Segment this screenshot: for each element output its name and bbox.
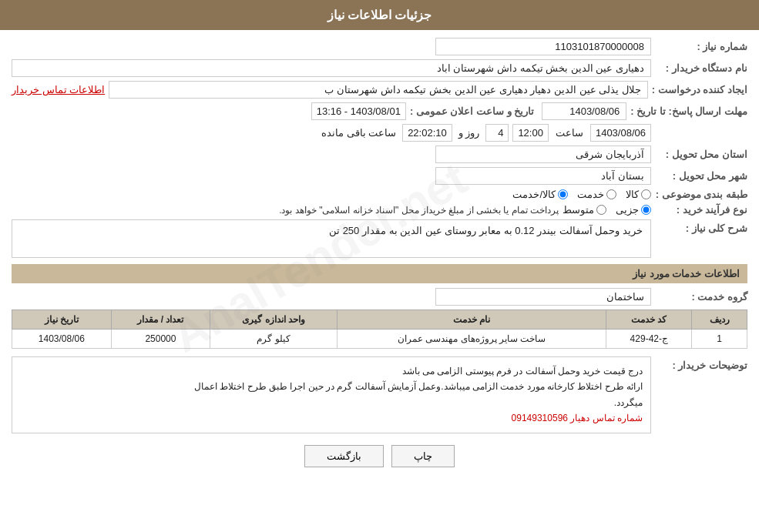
time-label: ساعت bbox=[552, 127, 586, 139]
col-unit: واحد اندازه گیری bbox=[210, 310, 338, 330]
service-group-row: گروه خدمت : ساختمان bbox=[12, 288, 747, 306]
notes-line: شماره تماس دهیار 09149310596 bbox=[20, 410, 643, 426]
buyer-org-row: نام دستگاه خریدار : دهیاری عین الدین بخش… bbox=[12, 59, 747, 77]
cell-row-num: 1 bbox=[692, 330, 747, 349]
general-desc-label: شرح کلی نیاز : bbox=[655, 219, 747, 234]
notes-row: توضیحات خریدار : درج قیمت خرید وحمل آسفا… bbox=[12, 356, 747, 433]
process-motavasset-label: متوسط bbox=[563, 204, 594, 216]
process-option-motavasset[interactable]: متوسط bbox=[563, 204, 606, 216]
category-khedmat-label: خدمت bbox=[577, 189, 604, 200]
col-service-code: کد خدمت bbox=[606, 310, 692, 330]
page-header: جزئیات اطلاعات نیاز bbox=[0, 0, 759, 30]
response-time-box: 12:00 bbox=[512, 124, 549, 142]
general-desc-value: خرید وحمل آسفالت بیندر 0.12 به معابر روس… bbox=[12, 219, 651, 258]
category-radio-kala[interactable] bbox=[641, 189, 651, 199]
back-button[interactable]: بازگشت bbox=[304, 445, 384, 467]
col-row-num: ردیف bbox=[692, 310, 747, 330]
creator-value: جلال یذلی عین الدین دهیار دهیاری عین الد… bbox=[109, 81, 648, 99]
table-header-row: ردیف کد خدمت نام خدمت واحد اندازه گیری ت… bbox=[12, 310, 747, 330]
category-row: طبقه بندی موضوعی : کالا خدمت کالا/خدمت bbox=[12, 189, 747, 200]
notes-line: میگردد. bbox=[20, 395, 643, 410]
category-radio-group: کالا خدمت کالا/خدمت bbox=[512, 189, 651, 200]
category-radio-kala-khedmat[interactable] bbox=[558, 189, 568, 199]
buyer-org-value: دهیاری عین الدین بخش تیکمه داش شهرستان ا… bbox=[12, 59, 651, 77]
announce-datetime: 1403/08/01 - 13:16 bbox=[311, 102, 406, 120]
province-value: آذربایجان شرقی bbox=[435, 146, 651, 163]
need-number-row: شماره نیاز : 1103101870000008 bbox=[12, 38, 747, 55]
services-section-title: اطلاعات خدمات مورد نیاز bbox=[12, 264, 747, 283]
category-option-kala-khedmat[interactable]: کالا/خدمت bbox=[512, 189, 568, 200]
send-date-label: مهلت ارسال پاسخ: تا تاریخ : bbox=[630, 105, 747, 117]
service-group-label: گروه خدمت : bbox=[655, 291, 747, 303]
cell-date: 1403/08/06 bbox=[12, 330, 112, 349]
city-row: شهر محل تحویل : بستان آباد bbox=[12, 167, 747, 185]
response-date: 1403/08/06 bbox=[542, 102, 626, 120]
notes-line: درج قیمت خرید وحمل آسفالت در فرم پیوستی … bbox=[20, 363, 643, 379]
process-radio-group: جزیی متوسط bbox=[563, 204, 651, 216]
province-row: استان محل تحویل : آذربایجان شرقی bbox=[12, 146, 747, 163]
remaining-time-box: 22:02:10 bbox=[402, 124, 452, 142]
services-table: ردیف کد خدمت نام خدمت واحد اندازه گیری ت… bbox=[12, 309, 747, 349]
creator-label: ایجاد کننده درخواست : bbox=[652, 84, 747, 95]
dates-row: مهلت ارسال پاسخ: تا تاریخ : 1403/08/06 ت… bbox=[12, 102, 747, 120]
city-value: بستان آباد bbox=[435, 167, 651, 185]
province-label: استان محل تحویل : bbox=[655, 149, 747, 160]
process-option-jozi[interactable]: جزیی bbox=[616, 204, 651, 216]
process-note: پرداخت تمام یا بخشی از مبلغ خریداز محل "… bbox=[12, 205, 559, 216]
process-label: نوع فرآیند خرید : bbox=[655, 204, 747, 216]
process-radio-motavasset[interactable] bbox=[596, 205, 606, 215]
cell-unit: کیلو گرم bbox=[210, 330, 338, 349]
need-number-value: 1103101870000008 bbox=[435, 38, 651, 55]
page-title: جزئیات اطلاعات نیاز bbox=[327, 8, 432, 22]
process-row: نوع فرآیند خرید : جزیی متوسط پرداخت تمام… bbox=[12, 204, 747, 216]
category-radio-khedmat[interactable] bbox=[606, 189, 616, 199]
process-jozi-label: جزیی bbox=[616, 204, 639, 216]
days-label: روز و bbox=[456, 127, 482, 139]
table-body: 1 ج-42-429 ساخت سایر پروژه‌های مهندسی عم… bbox=[12, 330, 747, 349]
category-kala-khedmat-label: کالا/خدمت bbox=[512, 189, 556, 200]
notes-box: درج قیمت خرید وحمل آسفالت در فرم پیوستی … bbox=[12, 356, 651, 433]
col-date: تاریخ نیاز bbox=[12, 310, 112, 330]
print-button[interactable]: چاپ bbox=[391, 445, 455, 467]
contact-info-link[interactable]: اطلاعات تماس خریدار bbox=[12, 84, 105, 95]
cell-service-name: ساخت سایر پروژه‌های مهندسی عمران bbox=[337, 330, 606, 349]
general-desc-row: شرح کلی نیاز : خرید وحمل آسفالت بیندر 0.… bbox=[12, 219, 747, 258]
remaining-label: ساعت باقی مانده bbox=[319, 127, 398, 139]
creator-row: ایجاد کننده درخواست : جلال یذلی عین الدی… bbox=[12, 81, 747, 99]
notes-line: ارائه طرح اختلاط کارخانه مورد خدمت الزام… bbox=[20, 379, 643, 394]
process-radio-jozi[interactable] bbox=[641, 205, 651, 215]
response-date-box: 1403/08/06 bbox=[590, 124, 651, 142]
buttons-row: چاپ بازگشت bbox=[12, 445, 747, 467]
need-number-label: شماره نیاز : bbox=[655, 41, 747, 52]
deadline-row: 1403/08/06 ساعت 12:00 4 روز و 22:02:10 س… bbox=[12, 124, 747, 142]
service-group-value: ساختمان bbox=[435, 288, 651, 306]
response-days-box: 4 bbox=[485, 124, 509, 142]
category-option-kala[interactable]: کالا bbox=[626, 189, 651, 200]
buyer-org-label: نام دستگاه خریدار : bbox=[655, 62, 747, 74]
col-service-name: نام خدمت bbox=[337, 310, 606, 330]
cell-service-code: ج-42-429 bbox=[606, 330, 692, 349]
col-qty: تعداد / مقدار bbox=[111, 310, 210, 330]
city-label: شهر محل تحویل : bbox=[655, 170, 747, 182]
category-kala-label: کالا bbox=[626, 189, 639, 200]
table-header: ردیف کد خدمت نام خدمت واحد اندازه گیری ت… bbox=[12, 310, 747, 330]
category-option-khedmat[interactable]: خدمت bbox=[577, 189, 616, 200]
cell-qty: 250000 bbox=[111, 330, 210, 349]
table-row: 1 ج-42-429 ساخت سایر پروژه‌های مهندسی عم… bbox=[12, 330, 747, 349]
category-label: طبقه بندی موضوعی : bbox=[655, 189, 747, 200]
announce-label: تاریخ و ساعت اعلان عمومی : bbox=[410, 105, 538, 117]
notes-label: توضیحات خریدار : bbox=[655, 356, 747, 371]
